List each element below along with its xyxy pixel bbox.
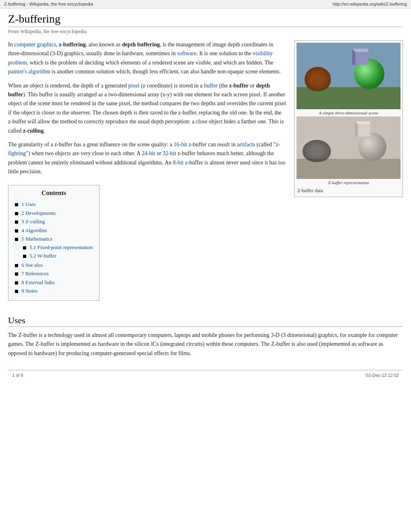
page-wrapper: Z-buffering From Wikipedia, the free enc…: [0, 8, 411, 388]
toc-item-algorithm: 4 Algorithm: [15, 226, 93, 235]
infobox-caption2: Z-buffer representation: [297, 179, 401, 186]
toc-link-algorithm[interactable]: 4 Algorithm: [21, 227, 47, 233]
uses-paragraph: The Z-buffer is a technology used in alm…: [8, 331, 403, 358]
toc-link-zculling[interactable]: 3 Z-culling: [21, 218, 45, 224]
zbuf-monkey: [303, 140, 331, 162]
toc-link-wbuffer[interactable]: 5.2 W-buffer: [29, 253, 56, 259]
link-pixel[interactable]: pixel: [128, 83, 139, 89]
toc-sub-list-mathematics: 5.1 Fixed-point representation 5.2 W-buf…: [15, 243, 93, 260]
link-8bit[interactable]: 8-bit: [173, 160, 183, 166]
toc-bullet-1: [15, 203, 18, 206]
toc-item-uses: 1 Uses: [15, 200, 93, 209]
toc-bullet-9: [15, 290, 18, 293]
link-buffer[interactable]: buffer: [204, 83, 218, 89]
infobox: A simple three-dimensional scene Z-buffe…: [294, 40, 403, 197]
toc-item-references: 7 References: [15, 269, 93, 278]
toc-link-external-links[interactable]: 8 External links: [21, 279, 54, 285]
toc-bullet-8: [15, 281, 18, 285]
toc-item-developments: 2 Developments: [15, 209, 93, 218]
toc-item-zculling: 3 Z-culling: [15, 217, 93, 226]
uses-section-heading: Uses: [8, 315, 403, 327]
zbuf-sphere: [358, 133, 386, 161]
toc-item-external-links: 8 External links: [15, 278, 93, 287]
article-subtitle: From Wikipedia, the free encyclopedia: [8, 29, 403, 35]
footer-date: 02-Dec-13 12:02: [366, 373, 399, 378]
link-painters-algorithm[interactable]: painter's algorithm: [8, 69, 50, 75]
link-32bit[interactable]: 32-bit: [163, 150, 176, 156]
link-visibility-problem[interactable]: visibility problem: [8, 50, 273, 65]
toc-link-developments[interactable]: 2 Developments: [21, 210, 56, 216]
toc-link-references[interactable]: 7 References: [21, 270, 49, 276]
scene-image: [297, 43, 401, 109]
toc-list: 1 Uses 2 Developments 3 Z-culling 4 Algo…: [15, 200, 93, 295]
toc-item-notes: 9 Notes: [15, 287, 93, 295]
article-title: Z-buffering: [8, 12, 403, 27]
zbuffer-image: [297, 116, 401, 179]
zbuf-cube: [355, 121, 370, 137]
toc-bullet-3: [15, 220, 18, 224]
toc-bullet-5-1: [23, 246, 26, 249]
toc-link-see-also[interactable]: 6 See also: [21, 262, 43, 268]
toc-bullet-5: [15, 238, 18, 241]
toc-bullet-7: [15, 272, 18, 276]
link-software[interactable]: software: [177, 50, 197, 56]
infobox-caption3: Z-buffer data: [297, 186, 401, 195]
toc-item-see-also: 6 See also: [15, 261, 93, 270]
link-24bit[interactable]: 24-bit: [142, 150, 155, 156]
toc-link-fixed-point[interactable]: 5.1 Fixed-point representation: [29, 244, 93, 250]
link-16bit[interactable]: 16-bit: [174, 141, 187, 148]
scene-monkey: [305, 67, 331, 91]
toc-bullet-4: [15, 229, 18, 233]
table-of-contents: Contents 1 Uses 2 Developments 3 Z-culli…: [8, 185, 100, 301]
zbuf-floor: [297, 159, 401, 179]
toc-bullet-6: [15, 264, 18, 267]
toc-link-uses[interactable]: 1 Uses: [21, 201, 35, 207]
link-artifacts[interactable]: artifacts: [237, 141, 255, 148]
scene-cube: [352, 49, 368, 65]
toc-bullet-5-2: [23, 255, 26, 258]
toc-link-mathematics[interactable]: 5 Mathematics: [21, 236, 52, 242]
toc-item-mathematics: 5 Mathematics 5.1 Fixed-point representa…: [15, 235, 93, 261]
footer-bar: 1 of 6 02-Dec-13 12:02: [8, 370, 403, 380]
page-title-tab: Z-buffering - Wikipedia, the free encycl…: [4, 2, 93, 6]
browser-bar: Z-buffering - Wikipedia, the free encycl…: [0, 0, 411, 8]
toc-item-wbuffer: 5.2 W-buffer: [23, 251, 93, 260]
footer-page-count: 1 of 6: [12, 373, 23, 378]
browser-url: http://en.wikipedia.org/wiki/Z-buffering: [333, 2, 407, 6]
toc-link-notes[interactable]: 9 Notes: [21, 288, 37, 294]
link-computer-graphics[interactable]: computer graphics: [14, 42, 56, 48]
toc-item-fixed-point: 5.1 Fixed-point representation: [23, 243, 93, 252]
toc-bullet-2: [15, 212, 18, 215]
toc-title: Contents: [15, 189, 93, 197]
infobox-caption1: A simple three-dimensional scene: [297, 109, 401, 116]
